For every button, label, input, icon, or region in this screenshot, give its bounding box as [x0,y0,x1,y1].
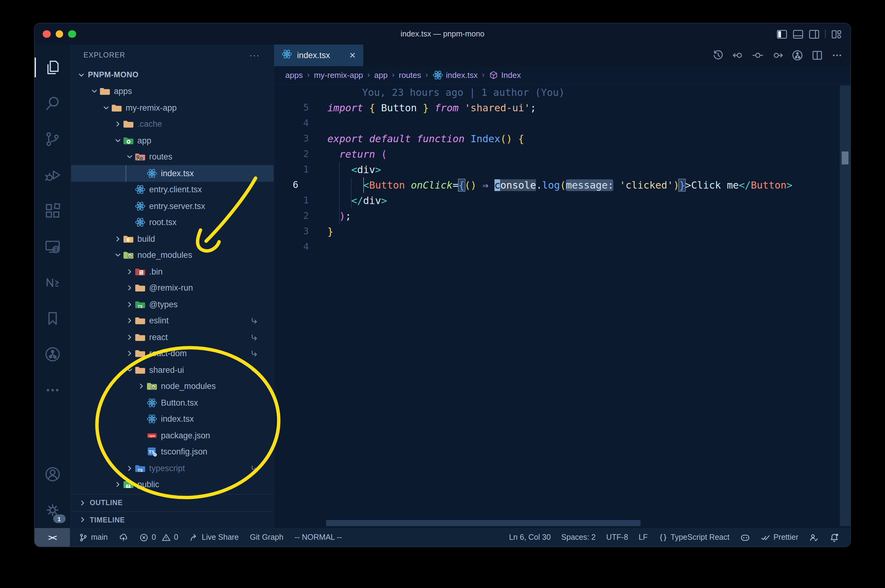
symlink-icon [251,464,259,472]
tree-item-app[interactable]: app [71,132,274,149]
horizontal-scrollbar[interactable] [326,520,641,526]
more-icon[interactable] [831,50,843,61]
tab-index-tsx[interactable]: index.tsx ✕ [274,45,363,66]
activity-item-explorer[interactable] [35,50,71,86]
statusbar-item--normal-[interactable]: -- NORMAL -- [295,533,342,542]
tree-item-index-tsx[interactable]: index.tsx [71,165,274,182]
tree-item-index-tsx[interactable]: index.tsx [71,411,274,427]
tree-item-entry-server-tsx[interactable]: entry.server.tsx [71,198,274,214]
explorer-more-icon[interactable]: ··· [250,52,260,57]
change-icon[interactable] [752,50,764,61]
symlink-icon [251,317,259,325]
tree-indent-guide [126,165,126,182]
warning-icon [161,532,171,542]
activity-item-remote-explorer[interactable] [35,229,71,265]
tree-item-routes[interactable]: routes [71,149,274,165]
toggle-sidebar-left-icon[interactable] [777,29,787,39]
tree-item-build[interactable]: build [71,231,274,247]
statusbar-item-live-share[interactable]: Live Share [190,532,239,542]
statusbar-item-typescript-react[interactable]: TypeScript React [658,532,729,542]
tree-item--types[interactable]: TS@types [71,296,274,312]
explorer-sidebar: EXPLORER ··· PNPM-MONOappsmy-remix-app.c… [71,45,274,528]
tree-item-tsconfig-json[interactable]: TStsconfig.json [71,444,274,460]
split-editor-icon[interactable] [811,50,823,61]
previous-change-icon[interactable] [732,50,744,61]
panel-header-outline[interactable]: OUTLINE [71,494,274,511]
tree-item-root-tsx[interactable]: root.tsx [71,214,274,231]
tree-item-shared-ui[interactable]: shared-ui [71,362,274,378]
activity-item-bookmarks[interactable] [35,300,71,336]
statusbar-item-git-graph[interactable]: Git Graph [250,533,283,542]
tree-item-react[interactable]: react [71,329,274,345]
editor-group: index.tsx ✕ apps›my-remix-app›app›routes… [274,45,850,528]
statusbar-item-0[interactable]: 00 [139,532,178,542]
next-change-icon[interactable] [772,50,784,61]
breadcrumb-routes[interactable]: routes [399,70,421,80]
activity-item-settings[interactable]: 1 [35,492,71,528]
activity-item-accounts[interactable] [35,456,71,492]
remote-indicator[interactable]: >< [35,528,70,547]
screen-background: index.tsx — pnpm-mono 1 EXPLORER ··· PNP… [0,0,885,588]
line-number: 2 [274,147,327,162]
breadcrumb-index[interactable]: Index [489,70,521,80]
activity-item-extensions[interactable] [35,193,71,229]
statusbar-item-lf[interactable]: LF [639,533,648,542]
statusbar-item-bell-dot-icon[interactable] [829,532,839,542]
customize-layout-icon[interactable] [831,29,842,39]
tree-item-label: public [137,480,160,489]
code-text: import { Button } from 'shared-ui'; [327,100,850,116]
line-number: 4 [274,116,327,131]
statusbar-item-feedback-icon[interactable] [809,532,819,542]
tree-item-apps[interactable]: apps [71,83,274,99]
activity-item-more[interactable] [35,372,71,408]
tree-item-button-tsx[interactable]: Button.tsx [71,394,274,411]
tree-item--bin[interactable]: 0110.bin [71,263,274,280]
toggle-panel-icon[interactable] [793,29,803,39]
activity-item-nx-console[interactable] [35,265,71,300]
breadcrumb-label: index.tsx [446,70,478,80]
statusbar-item-sync-icon[interactable] [119,532,128,542]
line-number: 3 [274,224,327,239]
tree-item-label: Button.tsx [161,398,198,408]
tree-item-node-modules[interactable]: JSnode_modules [71,378,274,394]
workspace-name: PNPM-MONO [88,71,138,80]
tab-close-icon[interactable]: ✕ [349,51,356,60]
statusbar-item-prettier[interactable]: Prettier [760,532,798,542]
statusbar-label: Ln 6, Col 30 [509,533,551,542]
activity-item-search[interactable] [35,86,71,121]
statusbar-item-utf-8[interactable]: UTF-8 [606,533,628,542]
tree-item-entry-client-tsx[interactable]: entry.client.tsx [71,182,274,198]
breadcrumb-separator: › [426,71,428,80]
tree-item--remix-run[interactable]: @remix-run [71,280,274,296]
tree-item-package-json[interactable]: npmpackage.json [71,427,274,444]
statusbar-item-spaces-2[interactable]: Spaces: 2 [561,533,596,542]
statusbar-item-ln-6-col-30[interactable]: Ln 6, Col 30 [509,533,551,542]
statusbar-item-copilot-icon[interactable] [740,532,750,542]
tree-item--cache[interactable]: .cache [71,116,274,132]
history-icon[interactable] [712,50,724,61]
tree-item-my-remix-app[interactable]: my-remix-app [71,99,274,116]
statusbar-item-main[interactable]: main [78,532,108,542]
git-graph-circle-icon[interactable] [792,50,803,61]
tree-item-react-dom[interactable]: react-dom [71,345,274,362]
react-icon [147,398,157,408]
breadcrumb-my-remix-app[interactable]: my-remix-app [314,70,363,80]
panel-header-timeline[interactable]: TIMELINE [71,511,274,528]
tree-item-public[interactable]: public [71,476,274,493]
activity-item-run-debug[interactable] [35,157,71,193]
zoom-button[interactable] [68,30,76,38]
workspace-header[interactable]: PNPM-MONO [71,67,274,83]
code-editor[interactable]: You, 23 hours ago | 1 author (You)5impor… [274,85,850,528]
close-button[interactable] [43,30,50,38]
breadcrumb-apps[interactable]: apps [285,70,303,80]
activity-item-git-graph[interactable] [35,336,71,372]
breadcrumb-app[interactable]: app [374,70,387,80]
tree-item-typescript[interactable]: TStypescript [71,460,274,476]
minimize-button[interactable] [56,30,63,38]
tree-item-eslint[interactable]: eslint [71,312,274,329]
toggle-sidebar-right-icon[interactable] [809,29,819,39]
tree-item-node-modules[interactable]: JSnode_modules [71,247,274,263]
tree-item-label: typescript [149,464,185,473]
breadcrumb-index-tsx[interactable]: index.tsx [432,70,478,80]
activity-item-source-control[interactable] [35,121,71,157]
